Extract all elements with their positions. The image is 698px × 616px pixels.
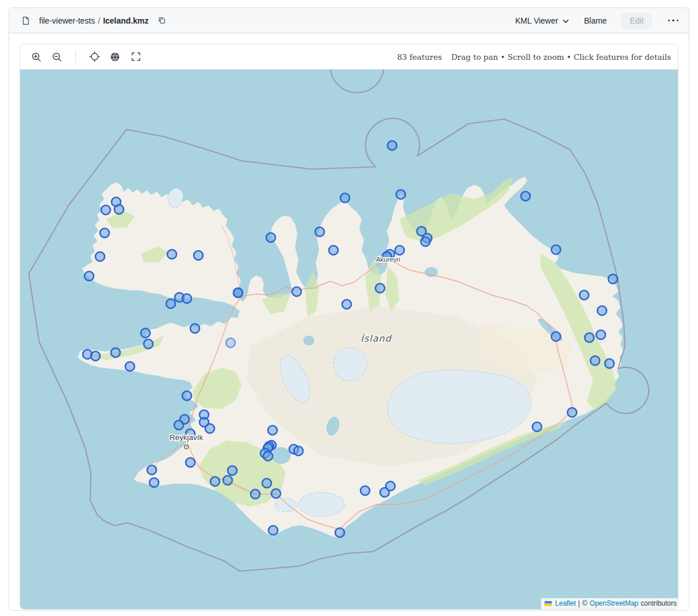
map-toolbar: 83 features Drag to pan • Scroll to zoom… (20, 44, 678, 70)
map-feature-marker[interactable] (532, 422, 542, 431)
map-feature-marker[interactable] (268, 426, 277, 435)
map-feature-marker[interactable] (342, 300, 351, 309)
map-feature-marker[interactable] (186, 458, 195, 467)
edit-button: Edit (622, 13, 651, 29)
zoom-out-icon[interactable] (49, 49, 65, 65)
map-feature-marker[interactable] (335, 528, 344, 537)
map-feature-marker[interactable] (182, 391, 191, 400)
map-feature-marker[interactable] (271, 489, 281, 498)
map-feature-marker[interactable] (233, 288, 243, 297)
map-feature-marker[interactable] (194, 251, 203, 260)
map-feature-marker[interactable] (551, 245, 561, 254)
globe-icon[interactable] (107, 49, 123, 65)
map-feature-marker[interactable] (551, 332, 561, 341)
map-feature-marker[interactable] (174, 420, 183, 430)
more-options-icon[interactable] (667, 17, 680, 24)
map-feature-marker[interactable] (114, 205, 124, 214)
myrdalsjokull-glacier (298, 492, 344, 516)
hofsjokull-glacier (333, 347, 367, 381)
map-feature-marker[interactable] (580, 290, 589, 300)
breadcrumb-repo[interactable]: file-viewer-tests (39, 16, 95, 25)
viewer-select[interactable]: KML Viewer (515, 16, 569, 25)
map-feature-marker[interactable] (91, 351, 100, 361)
map-feature-marker[interactable] (340, 193, 350, 202)
map-feature-marker[interactable] (100, 228, 109, 238)
breadcrumb: file-viewer-tests/Iceland.kmz (39, 16, 149, 25)
map-feature-marker[interactable] (329, 246, 338, 255)
map-feature-marker[interactable] (590, 356, 600, 365)
map-feature-marker[interactable] (190, 324, 200, 333)
map-feature-marker[interactable] (95, 252, 105, 261)
map-feature-marker[interactable] (386, 481, 395, 491)
file-icon (18, 13, 33, 28)
map-feature-marker[interactable] (263, 452, 273, 461)
map-feature-marker[interactable] (223, 476, 232, 485)
map-feature-marker[interactable] (147, 465, 156, 475)
map-canvas: AkureyriReykjavíkÍsland (20, 70, 678, 609)
thingvallavatn-lake (272, 447, 290, 464)
map-feature-marker[interactable] (596, 330, 605, 339)
map-feature-marker[interactable] (388, 141, 397, 150)
map-feature-marker[interactable] (375, 284, 385, 293)
zoom-in-icon[interactable] (28, 49, 44, 65)
map-feature-marker[interactable] (269, 526, 278, 535)
map-feature-marker[interactable] (210, 477, 220, 486)
map-feature-marker[interactable] (111, 348, 120, 357)
map-feature-marker[interactable] (294, 446, 303, 456)
map-feature-marker[interactable] (585, 333, 594, 342)
map-feature-marker[interactable] (395, 246, 404, 255)
copy-path-icon[interactable] (155, 13, 170, 28)
map-feature-marker[interactable] (292, 287, 301, 296)
breadcrumb-filename: Iceland.kmz (103, 16, 148, 25)
map-feature-marker[interactable] (262, 479, 271, 488)
map-feature-marker[interactable] (228, 466, 237, 475)
blondulon-lake (304, 336, 314, 345)
map-feature-marker[interactable] (149, 478, 159, 487)
map-feature-marker[interactable] (144, 339, 153, 349)
map-feature-marker[interactable] (597, 306, 607, 315)
file-viewer-card: file-viewer-tests/Iceland.kmz KML Viewer… (9, 7, 689, 611)
map-feature-marker[interactable] (167, 250, 177, 259)
map-feature-marker[interactable] (205, 424, 214, 433)
map-feature-marker[interactable] (605, 359, 614, 368)
map-feature-marker[interactable] (101, 205, 110, 215)
map-card: 83 features Drag to pan • Scroll to zoom… (20, 44, 678, 610)
map-label-town: Akureyri (376, 256, 400, 263)
map-feature-marker[interactable] (85, 271, 94, 281)
leaflet-attribution: Leaflet | © OpenStreetMap contributors (541, 598, 678, 609)
locate-icon[interactable] (86, 49, 102, 65)
toolbar-divider (75, 51, 76, 63)
map-feature-marker[interactable] (226, 338, 235, 347)
map-feature-marker[interactable] (567, 408, 577, 417)
leaflet-map[interactable]: AkureyriReykjavíkÍsland Leaflet | © Open… (20, 70, 678, 609)
map-feature-marker[interactable] (396, 190, 405, 199)
map-feature-marker[interactable] (608, 274, 618, 284)
chevron-down-icon (562, 16, 569, 25)
map-label-country: Ísland (360, 333, 392, 344)
openstreetmap-link[interactable]: OpenStreetMap (590, 599, 639, 607)
map-feature-marker[interactable] (125, 362, 135, 371)
map-feature-marker[interactable] (360, 486, 370, 495)
map-label-city: Reykjavík (170, 433, 204, 442)
leaflet-link[interactable]: Leaflet (555, 599, 576, 607)
map-feature-marker[interactable] (166, 299, 175, 308)
fullscreen-icon[interactable] (128, 49, 144, 65)
map-feature-marker[interactable] (182, 294, 191, 303)
map-feature-marker[interactable] (251, 489, 260, 499)
eyjafjallajokull-glacier (275, 498, 297, 512)
file-header: file-viewer-tests/Iceland.kmz KML Viewer… (9, 8, 689, 33)
contributors-text: contributors (641, 599, 677, 607)
ukraine-flag-icon (544, 601, 552, 606)
map-feature-marker[interactable] (141, 328, 150, 338)
map-hint: Drag to pan • Scroll to zoom • Click fea… (451, 52, 671, 62)
map-feature-marker[interactable] (266, 233, 275, 242)
myvatn-lake (425, 267, 438, 277)
blame-button[interactable]: Blame (584, 16, 607, 25)
feature-count: 83 features (397, 52, 442, 62)
town-symbol (185, 445, 189, 449)
map-feature-marker[interactable] (421, 237, 430, 246)
map-feature-marker[interactable] (315, 227, 324, 236)
map-feature-marker[interactable] (521, 192, 530, 201)
